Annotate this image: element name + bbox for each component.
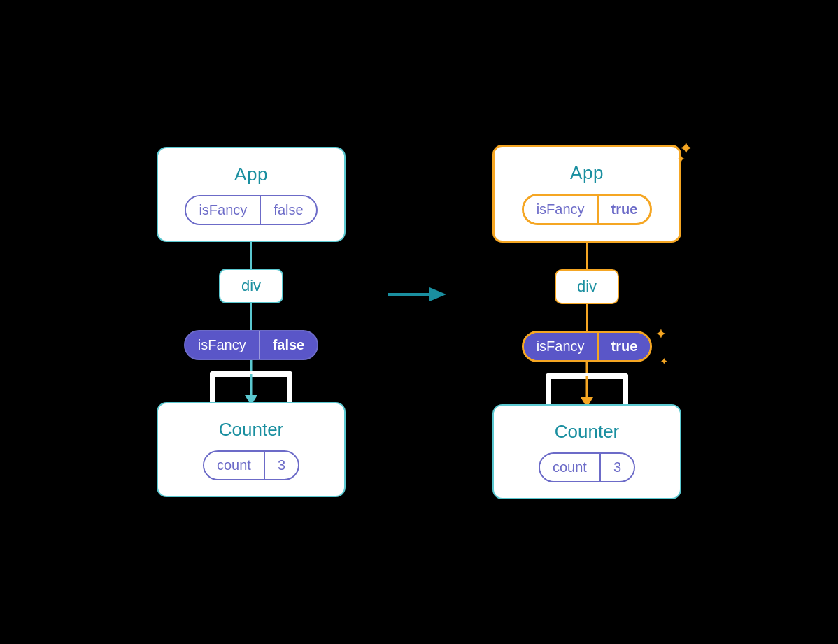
right-counter-prop-value: 3	[601, 454, 634, 481]
sparkle-pill-br: ✦	[660, 357, 667, 366]
transition-arrow	[388, 279, 450, 310]
left-app-title: App	[234, 164, 268, 185]
right-counter-title: Counter	[555, 421, 620, 443]
left-fork-connector	[157, 360, 346, 402]
svg-marker-15	[581, 397, 593, 404]
right-app-title: App	[570, 162, 604, 184]
right-counter-prop-pill: count 3	[539, 452, 635, 482]
sparkle-app-sm: ✦	[677, 154, 685, 164]
left-inner-prop-name: isFancy	[185, 331, 259, 359]
left-app-prop-name: isFancy	[186, 196, 260, 224]
right-app-box: App isFancy true ✦ ✦	[492, 145, 681, 243]
svg-marker-6	[245, 395, 257, 402]
left-counter-title: Counter	[219, 419, 284, 441]
left-counter-box: Counter count 3	[157, 402, 346, 497]
left-app-prop-pill: isFancy false	[185, 195, 317, 225]
right-inner-prop-name: isFancy	[524, 333, 597, 360]
right-counter-box: Counter count 3	[492, 404, 681, 499]
right-counter-prop-name: count	[540, 454, 599, 481]
left-inner-prop-pill: isFancy false	[184, 330, 319, 360]
right-app-prop-pill: isFancy true	[522, 194, 653, 225]
left-counter-prop-name: count	[204, 452, 264, 479]
right-fork-connector	[492, 362, 681, 404]
left-app-prop-value: false	[261, 196, 315, 224]
right-inner-prop-wrapper: isFancy true ✦ ✦	[522, 331, 653, 362]
right-app-prop-value: true	[599, 196, 651, 223]
arrow-between	[388, 279, 450, 310]
right-diagram: App isFancy true ✦ ✦ div isFancy true	[492, 145, 681, 499]
left-counter-prop-value: 3	[265, 452, 298, 479]
right-inner-prop-value: true	[599, 333, 651, 360]
left-counter-prop-pill: count 3	[203, 450, 299, 480]
svg-marker-8	[429, 287, 446, 301]
left-div-label: div	[241, 277, 261, 294]
diagram-container: App isFancy false div isFancy false	[0, 0, 838, 644]
left-div-box: div	[219, 269, 283, 303]
right-div-box: div	[555, 269, 619, 304]
sparkle-pill-tr: ✦	[655, 327, 666, 342]
left-app-box: App isFancy false	[157, 147, 346, 242]
right-connector-1	[586, 243, 588, 269]
left-diagram: App isFancy false div isFancy false	[157, 147, 346, 497]
left-connector-1	[250, 242, 252, 269]
right-app-prop-name: isFancy	[524, 196, 597, 223]
right-connector-2	[586, 304, 588, 331]
right-inner-prop-pill: isFancy true	[522, 331, 653, 362]
right-div-label: div	[577, 278, 597, 295]
left-inner-prop-value: false	[260, 331, 318, 359]
left-connector-2	[250, 303, 252, 330]
